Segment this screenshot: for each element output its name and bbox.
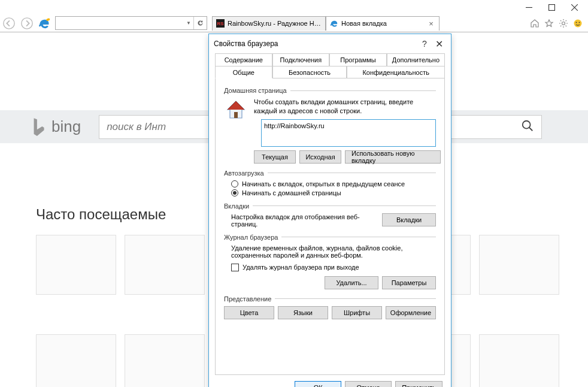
site-tile[interactable] [36, 334, 116, 387]
tab-general[interactable]: Общие [215, 66, 272, 78]
homepage-desc: Чтобы создать вкладки домашних страниц, … [254, 98, 436, 116]
dialog-titlebar[interactable]: Свойства браузера ? ✕ [209, 34, 451, 53]
dialog-close-button[interactable]: ✕ [432, 38, 446, 50]
radio-icon [231, 180, 238, 188]
tab-strip: RS RainbowSky.ru - Радужное Не… Новая вк… [212, 16, 440, 31]
frequent-heading: Часто посещаемые [36, 206, 166, 223]
tab-label: Новая вкладка [341, 20, 427, 27]
svg-point-7 [562, 22, 565, 25]
radio-label: Начинать с домашней страницы [242, 189, 341, 196]
appearance-group: Представление Цвета Языки Шрифты Оформле… [224, 295, 436, 319]
house-icon [224, 98, 248, 122]
search-icon[interactable] [510, 119, 534, 134]
tabs-settings-button[interactable]: Вкладки [382, 213, 436, 226]
use-newtab-button[interactable]: Использовать новую вкладку [345, 150, 441, 164]
forward-button[interactable] [19, 15, 35, 32]
favicon-icon: RS [216, 19, 225, 28]
site-tile[interactable] [36, 235, 116, 295]
internet-options-dialog: Свойства браузера ? ✕ Содержание Подключ… [208, 34, 451, 387]
navbar: ▼ RS RainbowSky.ru - Радужное Не… Новая … [0, 14, 588, 32]
svg-point-5 [22, 17, 32, 28]
homepage-group: Домашняя страница Чтобы создать вкладки … [224, 87, 436, 164]
history-group-title: Журнал браузера [224, 234, 278, 241]
smiley-icon[interactable] [572, 18, 583, 29]
homepage-input[interactable] [261, 119, 436, 147]
appearance-group-title: Представление [224, 295, 271, 303]
site-tile[interactable] [125, 334, 205, 387]
history-desc: Удаление временных файлов, журнала, файл… [224, 244, 436, 259]
delete-on-exit-checkbox[interactable]: Удалять журнал браузера при выходе [231, 264, 436, 271]
startup-radio-home[interactable]: Начинать с домашней страницы [231, 189, 436, 196]
svg-point-4 [4, 17, 14, 28]
colors-button[interactable]: Цвета [224, 306, 274, 319]
reload-button[interactable] [193, 17, 207, 29]
home-icon[interactable] [529, 18, 540, 29]
svg-rect-13 [234, 112, 238, 118]
startup-group: Автозагрузка Начинать с вкладок, открыты… [224, 170, 436, 196]
tab-security[interactable]: Безопасность [272, 66, 347, 78]
history-group: Журнал браузера Удаление временных файло… [224, 234, 436, 289]
tabs-group: Вкладки Настройка вкладок для отображени… [224, 202, 436, 228]
tab-panel-general: Домашняя страница Чтобы создать вкладки … [215, 78, 445, 375]
site-tile[interactable] [125, 235, 205, 295]
address-bar[interactable]: ▼ [55, 16, 207, 30]
browser-tab[interactable]: RS RainbowSky.ru - Радужное Не… [212, 16, 326, 31]
ie-logo-icon [38, 17, 50, 29]
page-content: bing Часто посещаемые Свойства браузера … [0, 32, 588, 387]
dialog-footer: ОК Отмена Применить [209, 375, 451, 387]
accessibility-button[interactable]: Оформление [386, 306, 436, 319]
svg-point-9 [576, 22, 577, 23]
tab-content[interactable]: Содержание [215, 53, 272, 66]
tab-privacy[interactable]: Конфиденциальность [347, 66, 445, 78]
window-close-button[interactable] [563, 1, 586, 14]
back-button[interactable] [1, 15, 17, 32]
svg-point-8 [574, 19, 582, 27]
toolbar-right [529, 18, 588, 29]
languages-button[interactable]: Языки [278, 306, 328, 319]
tabs-group-title: Вкладки [224, 202, 249, 210]
history-settings-button[interactable]: Параметры [382, 276, 436, 289]
bing-logo: bing [30, 117, 81, 137]
tab-label: RainbowSky.ru - Радужное Не… [228, 20, 322, 27]
cancel-button[interactable]: Отмена [345, 381, 392, 387]
tabs-desc: Настройка вкладок для отображения веб-ст… [231, 213, 376, 228]
tab-connections[interactable]: Подключения [272, 53, 330, 66]
checkbox-label: Удалять журнал браузера при выходе [243, 264, 359, 271]
startup-group-title: Автозагрузка [224, 170, 264, 177]
tab-programs[interactable]: Программы [329, 53, 387, 66]
radio-icon [231, 189, 238, 196]
fonts-button[interactable]: Шрифты [332, 306, 382, 319]
favicon-icon [330, 19, 338, 28]
svg-point-11 [523, 121, 531, 129]
svg-rect-1 [548, 4, 554, 10]
browser-tab[interactable]: Новая вкладка × [326, 16, 440, 31]
favorites-icon[interactable] [544, 18, 554, 29]
use-default-button[interactable]: Исходная [299, 150, 341, 164]
bing-logo-text: bing [51, 117, 81, 136]
site-tile[interactable] [479, 235, 559, 295]
radio-label: Начинать с вкладок, открытых в предыдуще… [242, 180, 405, 188]
address-dropdown-icon[interactable]: ▼ [184, 20, 193, 26]
use-current-button[interactable]: Текущая [254, 150, 296, 164]
site-tile[interactable] [479, 334, 559, 387]
startup-radio-tabs[interactable]: Начинать с вкладок, открытых в предыдуще… [231, 180, 436, 188]
window-minimize-button[interactable] [517, 1, 540, 14]
apply-button[interactable]: Применить [395, 381, 442, 387]
dialog-title: Свойства браузера [214, 40, 417, 48]
tab-close-icon[interactable]: × [427, 19, 435, 28]
svg-line-12 [529, 128, 533, 131]
delete-history-button[interactable]: Удалить... [325, 276, 378, 289]
checkbox-icon [231, 264, 239, 271]
gear-icon[interactable] [558, 18, 569, 29]
homepage-group-title: Домашняя страница [224, 87, 287, 94]
svg-point-10 [579, 22, 580, 23]
tab-advanced[interactable]: Дополнительно [387, 53, 445, 66]
window-titlebar [0, 0, 588, 14]
window-maximize-button[interactable] [540, 1, 563, 14]
ok-button[interactable]: ОК [295, 381, 341, 387]
dialog-help-button[interactable]: ? [417, 39, 432, 49]
